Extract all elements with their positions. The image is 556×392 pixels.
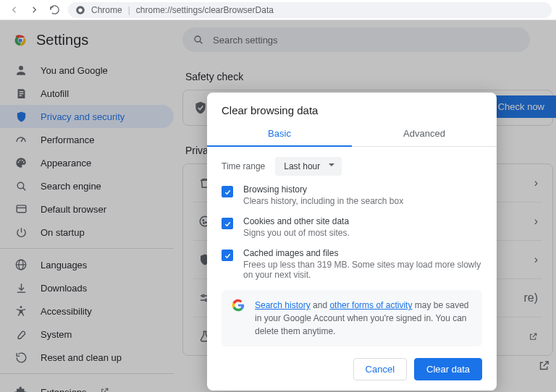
option-title: Cookies and other site data [243, 216, 350, 226]
option-title: Browsing history [243, 184, 403, 195]
reload-button[interactable] [45, 1, 64, 19]
options-list: Browsing historyClears history, includin… [207, 180, 497, 281]
forward-button[interactable] [25, 1, 43, 19]
browser-toolbar: Chrome | chrome://settings/clearBrowserD… [0, 0, 556, 20]
back-button[interactable] [4, 1, 23, 19]
dialog-actions: Cancel Clear data [207, 346, 497, 380]
omnibox-url: chrome://settings/clearBrowserData [136, 5, 274, 15]
option-sub: Frees up less than 319 MB. Some sites ma… [243, 260, 482, 280]
time-range-label: Time range [222, 161, 265, 171]
checkbox-checked-icon[interactable] [222, 250, 233, 261]
site-label: Chrome [91, 5, 122, 15]
option-cache[interactable]: Cached images and filesFrees up less tha… [222, 248, 482, 280]
clear-browsing-data-dialog: Clear browsing data Basic Advanced Time … [207, 93, 497, 391]
option-browsing-history[interactable]: Browsing historyClears history, includin… [222, 184, 482, 206]
tab-basic[interactable]: Basic [207, 121, 352, 146]
time-range-select[interactable]: Last hour [275, 157, 342, 176]
dialog-tabs: Basic Advanced [207, 121, 497, 147]
option-title: Cached images and files [243, 248, 482, 258]
checkbox-checked-icon[interactable] [222, 186, 233, 197]
checkbox-checked-icon[interactable] [222, 218, 233, 229]
notice-link-search-history[interactable]: Search history [255, 300, 311, 310]
site-chrome-icon [75, 5, 85, 15]
notice-link-other-activity[interactable]: other forms of activity [329, 300, 412, 310]
option-sub: Clears history, including in the search … [243, 196, 403, 206]
dialog-title: Clear browsing data [207, 93, 497, 121]
tab-advanced[interactable]: Advanced [352, 121, 497, 146]
google-account-notice: Search history and other forms of activi… [222, 290, 482, 346]
svg-point-1 [78, 8, 82, 12]
option-cookies[interactable]: Cookies and other site dataSigns you out… [222, 216, 482, 238]
cancel-button[interactable]: Cancel [353, 358, 407, 380]
clear-data-button[interactable]: Clear data [414, 358, 482, 380]
time-range-value: Last hour [284, 161, 320, 171]
omnibox-separator: | [128, 5, 130, 15]
omnibox[interactable]: Chrome | chrome://settings/clearBrowserD… [68, 2, 552, 18]
google-g-icon [232, 299, 245, 338]
option-sub: Signs you out of most sites. [243, 228, 350, 238]
